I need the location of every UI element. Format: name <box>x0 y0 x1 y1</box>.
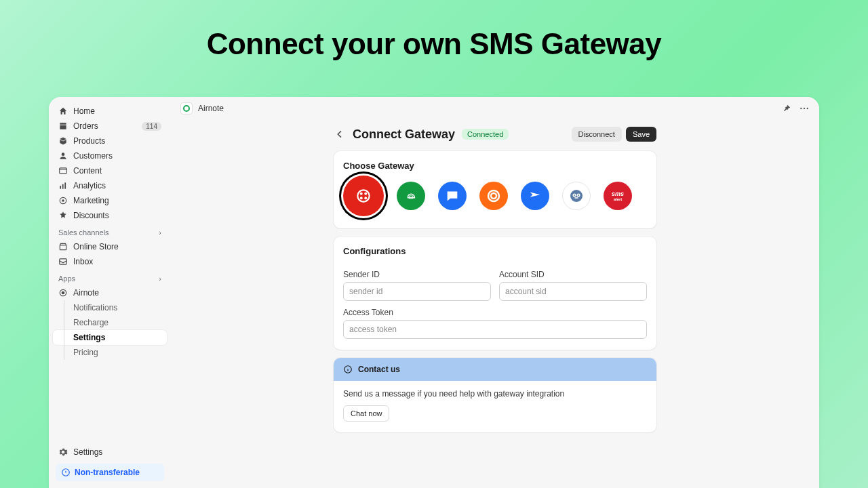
account-sid-field: Account SID <box>499 270 647 301</box>
chevron-right-icon[interactable]: › <box>159 274 161 283</box>
svg-point-27 <box>574 195 575 196</box>
nav-content[interactable]: Content <box>53 163 167 178</box>
nav-label: Inbox <box>73 257 161 266</box>
gateway-option-2[interactable] <box>397 182 425 210</box>
nav-label: Discounts <box>73 211 161 220</box>
more-icon[interactable] <box>799 103 810 114</box>
save-button[interactable]: Save <box>626 127 656 142</box>
gateway-option-3[interactable] <box>438 182 467 210</box>
pin-icon[interactable] <box>781 103 792 114</box>
access-token-label: Access Token <box>343 308 647 317</box>
back-button[interactable] <box>334 128 346 140</box>
status-badge: Connected <box>462 129 509 140</box>
access-token-field: Access Token <box>343 308 647 339</box>
disconnect-button[interactable]: Disconnect <box>572 127 622 142</box>
nav-label: Online Store <box>73 242 161 251</box>
gateway-card: Choose Gateway <box>334 151 656 228</box>
svg-point-23 <box>491 193 496 199</box>
nav-products[interactable]: Products <box>53 134 167 148</box>
svg-point-0 <box>62 152 65 156</box>
config-card: Configurations Sender ID Account SID <box>334 237 656 350</box>
svg-point-22 <box>488 190 499 201</box>
gateway-option-smsalert[interactable]: smsalert <box>604 182 632 210</box>
content-icon <box>58 166 68 176</box>
nav-label: Orders <box>73 121 136 131</box>
nav-orders[interactable]: Orders 114 <box>53 119 167 134</box>
sub-settings[interactable]: Settings <box>53 330 167 345</box>
app-window: Home Orders 114 Products Customers Conte… <box>49 97 819 488</box>
info-icon <box>343 365 353 374</box>
nav-settings[interactable]: Settings <box>53 445 167 460</box>
app-icon <box>58 288 68 298</box>
non-transferable-banner[interactable]: Non-transferable <box>56 464 164 481</box>
svg-point-18 <box>364 192 367 195</box>
nav-analytics[interactable]: Analytics <box>53 178 167 193</box>
page-header: Connect Gateway Connected Disconnect Sav… <box>334 127 656 142</box>
nav-label: Home <box>73 106 161 116</box>
contact-card: Contact us Send us a message if you need… <box>334 358 656 432</box>
nav-label: Settings <box>73 447 161 457</box>
sub-recharge[interactable]: Recharge <box>53 315 167 330</box>
sidebar: Home Orders 114 Products Customers Conte… <box>49 97 171 488</box>
gear-icon <box>58 447 68 457</box>
svg-rect-3 <box>62 184 64 189</box>
sender-id-input[interactable] <box>343 282 491 301</box>
chat-now-button[interactable]: Chat now <box>343 405 389 422</box>
svg-rect-1 <box>60 168 67 174</box>
chevron-right-icon[interactable]: › <box>159 228 161 237</box>
svg-rect-4 <box>64 182 66 188</box>
page: Connect Gateway Connected Disconnect Sav… <box>334 120 656 474</box>
svg-point-28 <box>578 195 579 196</box>
nav-discounts[interactable]: Discounts <box>53 208 167 223</box>
nav-online-store[interactable]: Online Store <box>53 239 167 254</box>
info-icon <box>61 468 71 477</box>
main: Airnote Connect Gateway Connected Discon… <box>171 97 819 488</box>
svg-point-10 <box>62 291 64 294</box>
sales-channels-header: Sales channels › <box>53 223 167 239</box>
svg-point-20 <box>364 197 367 199</box>
svg-point-17 <box>360 192 363 195</box>
contact-text: Send us a message if you need help with … <box>343 389 647 399</box>
svg-rect-2 <box>60 186 61 189</box>
gateway-option-5[interactable] <box>521 182 549 210</box>
home-icon <box>58 106 68 116</box>
nav-label: Products <box>73 136 161 146</box>
app-name: Airnote <box>198 104 224 113</box>
app-logo <box>180 102 193 115</box>
svg-point-24 <box>570 190 583 202</box>
svg-point-19 <box>360 197 363 199</box>
customers-icon <box>58 151 68 161</box>
svg-point-12 <box>800 108 802 109</box>
apps-header: Apps › <box>53 269 167 285</box>
nav-label: Airnote <box>73 288 161 298</box>
gateway-card-title: Choose Gateway <box>334 151 656 178</box>
gateway-option-6[interactable] <box>562 182 591 210</box>
products-icon <box>58 136 68 146</box>
nav-inbox[interactable]: Inbox <box>53 254 167 269</box>
page-title: Connect Gateway <box>353 127 455 142</box>
svg-point-13 <box>804 108 805 109</box>
orders-badge: 114 <box>142 122 161 131</box>
nav-label: Content <box>73 166 161 176</box>
nav-home[interactable]: Home <box>53 104 167 119</box>
sub-pricing[interactable]: Pricing <box>53 345 167 360</box>
sender-id-field: Sender ID <box>343 270 491 301</box>
store-icon <box>58 242 68 251</box>
nav-marketing[interactable]: Marketing <box>53 193 167 208</box>
nav-label: Analytics <box>73 181 161 190</box>
marketing-icon <box>58 196 68 205</box>
gateway-twilio[interactable] <box>343 176 384 216</box>
hero-title: Connect your own SMS Gateway <box>0 0 868 61</box>
nav-customers[interactable]: Customers <box>53 148 167 163</box>
account-sid-input[interactable] <box>499 282 647 301</box>
discounts-icon <box>58 211 68 220</box>
sub-notifications[interactable]: Notifications <box>53 300 167 315</box>
svg-point-5 <box>62 199 64 202</box>
nav-app-airnote[interactable]: Airnote <box>53 285 167 300</box>
gateway-option-4[interactable] <box>479 182 508 210</box>
config-card-title: Configurations <box>334 237 656 263</box>
account-sid-label: Account SID <box>499 270 647 279</box>
contact-banner: Contact us <box>334 358 656 381</box>
inbox-icon <box>58 257 68 266</box>
access-token-input[interactable] <box>343 320 647 339</box>
